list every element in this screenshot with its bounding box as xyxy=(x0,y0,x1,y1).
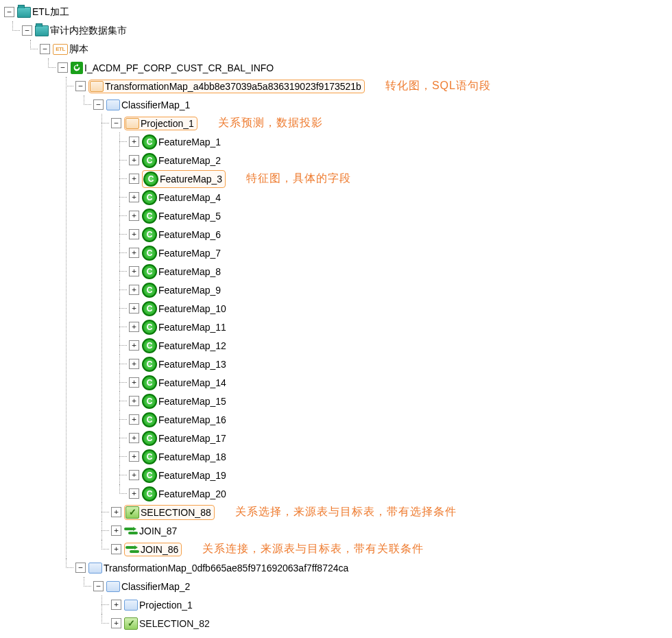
selection-icon: ✓ xyxy=(124,617,138,630)
collapse-toggle[interactable]: − xyxy=(111,118,121,128)
node-featuremap[interactable]: FeatureMap_17 xyxy=(158,433,226,444)
collapse-toggle[interactable]: − xyxy=(93,99,104,110)
expand-toggle[interactable]: + xyxy=(129,451,139,462)
highlight-box: CFeatureMap_3 xyxy=(142,170,226,188)
expand-toggle[interactable]: + xyxy=(129,322,139,332)
featuremap-icon: C xyxy=(142,375,157,390)
expand-toggle[interactable]: + xyxy=(129,396,139,406)
expand-toggle[interactable]: + xyxy=(129,488,139,499)
node-projection[interactable]: Projection_1 xyxy=(141,118,194,129)
node-featuremap[interactable]: FeatureMap_20 xyxy=(158,488,226,499)
join-icon xyxy=(125,544,139,555)
expand-toggle[interactable]: + xyxy=(129,414,139,425)
annotation-join: 关系连接，来源表与目标表，带有关联条件 xyxy=(202,542,424,556)
node-featuremap[interactable]: FeatureMap_15 xyxy=(158,396,226,407)
node-classifiermap[interactable]: ClassifierMap_1 xyxy=(121,99,190,110)
annotation-projection: 关系预测，数据投影 xyxy=(218,116,323,130)
node-featuremap[interactable]: FeatureMap_16 xyxy=(158,414,226,425)
expand-toggle[interactable]: + xyxy=(129,155,139,165)
node-featuremap[interactable]: FeatureMap_7 xyxy=(158,248,221,259)
expand-toggle[interactable]: + xyxy=(111,525,121,536)
featuremap-icon: C xyxy=(142,431,157,446)
node-featuremap[interactable]: FeatureMap_5 xyxy=(158,211,221,222)
highlight-box: TransformationMap_a4bb8e37039a5a83631902… xyxy=(88,80,365,93)
featuremap-icon: C xyxy=(142,264,157,279)
join-icon xyxy=(124,525,138,536)
featuremap-icon: C xyxy=(142,320,157,335)
expand-toggle[interactable]: + xyxy=(129,470,139,480)
node-script[interactable]: 脚本 xyxy=(69,43,88,56)
transformation-icon xyxy=(88,563,102,574)
tree-view: − ETL加工 − 审计内控数据集市 − ETL 脚本 − xyxy=(3,3,672,633)
expand-toggle[interactable]: + xyxy=(129,340,139,351)
node-featuremap[interactable]: FeatureMap_8 xyxy=(158,266,221,277)
expand-toggle[interactable]: + xyxy=(129,359,139,369)
node-featuremap[interactable]: FeatureMap_4 xyxy=(158,192,221,203)
annotation-featuremap: 特征图，具体的字段 xyxy=(246,172,351,186)
expand-toggle[interactable]: + xyxy=(129,266,139,276)
node-featuremap[interactable]: FeatureMap_3 xyxy=(160,174,222,185)
node-featuremap[interactable]: FeatureMap_14 xyxy=(158,377,226,388)
expand-toggle[interactable]: + xyxy=(129,229,139,239)
expand-toggle[interactable]: + xyxy=(111,544,121,554)
collapse-toggle[interactable]: − xyxy=(75,81,86,91)
classifier-icon xyxy=(106,99,120,110)
collapse-toggle[interactable]: − xyxy=(22,25,32,36)
node-datamart[interactable]: 审计内控数据集市 xyxy=(50,25,127,37)
featuremap-icon: C xyxy=(142,283,157,298)
featuremap-icon: C xyxy=(142,468,157,483)
node-job[interactable]: I_ACDM_PF_CORP_CUST_CR_BAL_INFO xyxy=(84,62,274,73)
node-join[interactable]: JOIN_86 xyxy=(141,544,178,555)
collapse-toggle[interactable]: − xyxy=(40,44,50,54)
expand-toggle[interactable]: + xyxy=(129,211,139,221)
node-featuremap[interactable]: FeatureMap_18 xyxy=(158,451,226,462)
node-featuremap[interactable]: FeatureMap_13 xyxy=(158,359,226,370)
node-projection[interactable]: Projection_1 xyxy=(139,600,193,611)
transformation-icon xyxy=(90,81,104,92)
refresh-icon xyxy=(71,62,83,74)
expand-toggle[interactable]: + xyxy=(129,303,139,314)
node-classifiermap[interactable]: ClassifierMap_2 xyxy=(121,581,190,592)
node-featuremap[interactable]: FeatureMap_10 xyxy=(158,303,226,314)
expand-toggle[interactable]: + xyxy=(129,248,139,258)
expand-toggle[interactable]: + xyxy=(129,192,139,202)
node-featuremap[interactable]: FeatureMap_6 xyxy=(158,229,221,240)
node-etl-root[interactable]: ETL加工 xyxy=(32,6,69,19)
node-featuremap[interactable]: FeatureMap_1 xyxy=(158,137,221,147)
featuremap-icon: C xyxy=(142,190,157,205)
featuremap-icon: C xyxy=(142,246,157,261)
node-selection[interactable]: SELECTION_88 xyxy=(141,507,211,518)
node-featuremap[interactable]: FeatureMap_12 xyxy=(158,340,226,351)
featuremap-icon: C xyxy=(142,301,157,316)
node-selection[interactable]: SELECTION_82 xyxy=(139,618,210,629)
annotation-selection: 关系选择，来源表与目标表，带有选择条件 xyxy=(235,505,457,519)
node-featuremap[interactable]: FeatureMap_2 xyxy=(158,155,221,166)
folder-icon xyxy=(17,7,31,18)
expand-toggle[interactable]: + xyxy=(129,433,139,443)
collapse-toggle[interactable]: − xyxy=(4,7,14,17)
expand-toggle[interactable]: + xyxy=(129,174,139,184)
node-join[interactable]: JOIN_87 xyxy=(139,525,177,536)
node-featuremap[interactable]: FeatureMap_19 xyxy=(158,470,226,481)
featuremap-icon: C xyxy=(142,357,157,372)
expand-toggle[interactable]: + xyxy=(111,618,121,628)
expand-toggle[interactable]: + xyxy=(111,600,121,610)
node-transformationmap[interactable]: TransformationMap_0dfb665ae85f971692063a… xyxy=(104,563,348,574)
collapse-toggle[interactable]: − xyxy=(93,581,104,591)
expand-toggle[interactable]: + xyxy=(129,285,139,295)
collapse-toggle[interactable]: − xyxy=(75,563,86,573)
featuremap-icon: C xyxy=(142,412,157,427)
classifier-icon xyxy=(106,581,120,592)
collapse-toggle[interactable]: − xyxy=(58,62,68,73)
highlight-box: ✓ SELECTION_88 xyxy=(124,505,215,520)
expand-toggle[interactable]: + xyxy=(129,377,139,388)
expand-toggle[interactable]: + xyxy=(129,137,139,147)
featuremap-icon: C xyxy=(142,449,157,464)
expand-toggle[interactable]: + xyxy=(111,507,121,517)
node-transformationmap[interactable]: TransformationMap_a4bb8e37039a5a83631902… xyxy=(105,81,361,92)
node-featuremap[interactable]: FeatureMap_9 xyxy=(158,285,221,296)
featuremap-icon: C xyxy=(142,209,157,224)
node-featuremap[interactable]: FeatureMap_11 xyxy=(158,322,226,333)
projection-icon xyxy=(124,600,138,611)
featuremap-icon: C xyxy=(142,153,157,168)
